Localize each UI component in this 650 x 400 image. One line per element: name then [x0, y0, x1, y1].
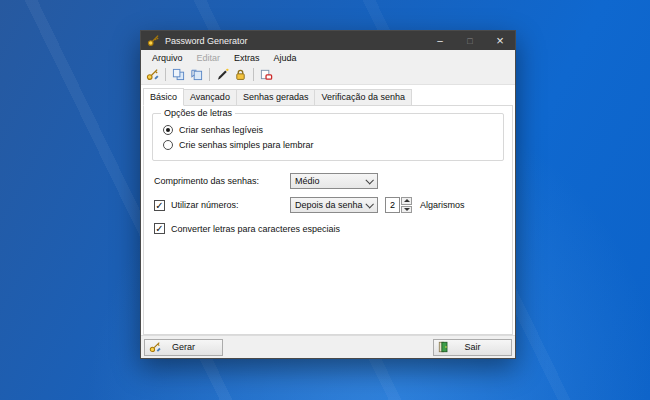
title-bar[interactable]: Password Generator – □ ×	[141, 31, 515, 50]
exit-button[interactable]: Sair	[433, 339, 512, 356]
footer-bar: Gerar Sair	[141, 335, 515, 358]
radio-simples-label[interactable]: Crie senhas simples para lembrar	[179, 140, 314, 150]
generate-button[interactable]: Gerar	[144, 339, 223, 356]
menu-editar: Editar	[190, 52, 228, 64]
toolbar	[141, 65, 515, 84]
triangle-down-icon	[404, 208, 410, 211]
length-combobox[interactable]: Médio	[290, 173, 378, 189]
window-title: Password Generator	[165, 36, 248, 46]
password-length-row: Comprimento das senhas: Médio	[152, 173, 504, 189]
menu-extras[interactable]: Extras	[227, 52, 267, 64]
tab-basico[interactable]: Básico	[143, 88, 184, 106]
tab-verificacao-da-senha[interactable]: Verificação da senha	[315, 89, 412, 106]
tab-senhas-geradas[interactable]: Senhas geradas	[237, 89, 316, 106]
exit-icon[interactable]	[259, 67, 274, 82]
chevron-down-icon	[365, 200, 373, 208]
menu-arquivo[interactable]: Arquivo	[145, 52, 190, 64]
toolbar-separator	[165, 68, 166, 81]
window-controls: – □ ×	[425, 31, 515, 50]
length-combobox-value: Médio	[295, 176, 320, 186]
toolbar-separator	[253, 68, 254, 81]
digits-spinner-value[interactable]: 2	[385, 197, 400, 213]
length-label: Comprimento das senhas:	[154, 176, 259, 186]
maximize-button: □	[455, 31, 485, 50]
copy-password-icon[interactable]	[171, 67, 186, 82]
use-numbers-label[interactable]: Utilizar números:	[171, 200, 239, 210]
tab-avancado[interactable]: Avançado	[184, 89, 237, 106]
digits-suffix-label: Algarismos	[420, 200, 465, 210]
triangle-up-icon	[404, 199, 410, 202]
close-button[interactable]: ×	[485, 31, 515, 50]
tab-strip: Básico Avançado Senhas geradas Verificaç…	[141, 85, 515, 106]
password-generator-window: Password Generator – □ × Arquivo Editar …	[140, 30, 516, 359]
special-chars-checkbox[interactable]	[154, 223, 165, 234]
digits-spinner: 2	[385, 197, 412, 213]
special-chars-label[interactable]: Converter letras para caracteres especia…	[171, 224, 340, 234]
radio-row-legiveis[interactable]: Criar senhas legíveis	[163, 122, 503, 137]
lock-icon[interactable]	[233, 67, 248, 82]
menu-bar: Arquivo Editar Extras Ajuda	[141, 50, 515, 65]
desktop: Password Generator – □ × Arquivo Editar …	[0, 0, 650, 400]
chevron-down-icon	[365, 176, 373, 184]
radio-row-simples[interactable]: Crie senhas simples para lembrar	[163, 137, 503, 152]
numbers-position-combobox[interactable]: Depois da senha	[290, 197, 378, 213]
copy-list-icon[interactable]	[189, 67, 204, 82]
use-numbers-row: Utilizar números: Depois da senha 2 Alga…	[152, 197, 504, 213]
client-area: Básico Avançado Senhas geradas Verificaç…	[141, 84, 515, 335]
toolbar-separator	[209, 68, 210, 81]
exit-button-label: Sair	[434, 342, 511, 352]
radio-legiveis-label[interactable]: Criar senhas legíveis	[179, 125, 263, 135]
radio-simples[interactable]	[163, 140, 173, 150]
use-numbers-checkbox[interactable]	[154, 200, 165, 211]
minimize-button[interactable]: –	[425, 31, 455, 50]
menu-ajuda[interactable]: Ajuda	[267, 52, 304, 64]
spinner-down-button[interactable]	[401, 206, 412, 214]
key-app-icon	[147, 34, 160, 47]
generate-button-label: Gerar	[145, 342, 222, 352]
spinner-up-button[interactable]	[401, 197, 412, 205]
letters-options-group: Opções de letras Criar senhas legíveis C…	[152, 113, 504, 161]
numbers-position-value: Depois da senha	[295, 200, 363, 210]
options-icon[interactable]	[215, 67, 230, 82]
tab-page-basico: Opções de letras Criar senhas legíveis C…	[143, 105, 513, 335]
group-title: Opções de letras	[161, 108, 235, 118]
radio-legiveis[interactable]	[163, 125, 173, 135]
generate-password-icon[interactable]	[145, 67, 160, 82]
special-chars-row: Converter letras para caracteres especia…	[152, 223, 504, 234]
